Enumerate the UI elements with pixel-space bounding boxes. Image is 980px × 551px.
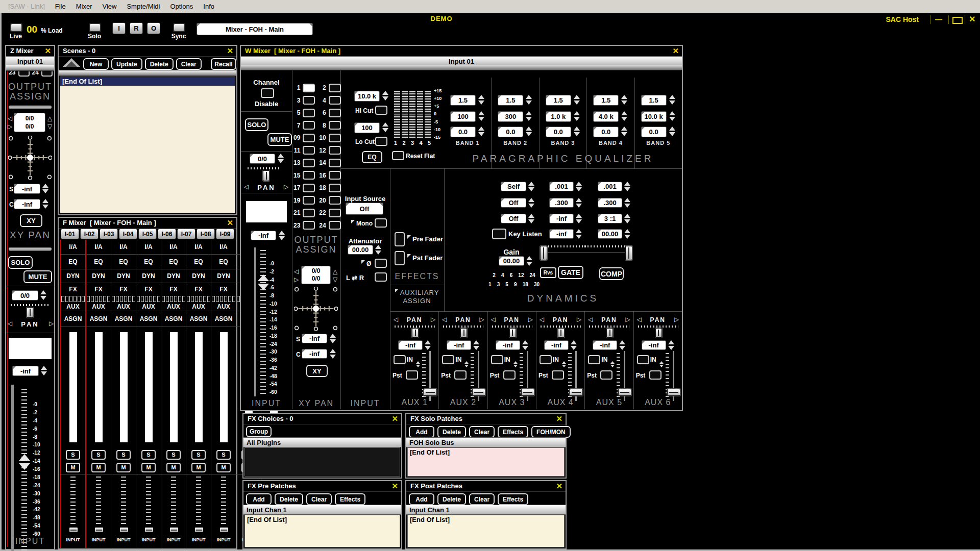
output-assign-checkbox[interactable] xyxy=(303,209,315,217)
mute-button[interactable]: M xyxy=(66,463,80,472)
eq-button[interactable]: EQ xyxy=(211,255,236,269)
eq-button[interactable]: EQ xyxy=(186,255,211,269)
solo-button[interactable]: S xyxy=(66,450,80,460)
band-gain-value[interactable]: 0.0 xyxy=(451,127,475,137)
pst-fader-checkbox[interactable] xyxy=(395,251,405,265)
assign-button[interactable]: ASGN xyxy=(86,311,111,327)
aux-pst-checkbox[interactable] xyxy=(600,370,612,380)
band-q-value[interactable]: 1.5 xyxy=(451,95,475,105)
aux-fader-handle[interactable] xyxy=(521,389,534,396)
fader-handle-up[interactable] xyxy=(19,454,30,461)
fader-handle-up[interactable] xyxy=(258,274,269,281)
c-level-value[interactable]: -inf xyxy=(302,349,327,358)
gate-floor-spinner[interactable] xyxy=(575,229,582,239)
window-button[interactable]: Clear xyxy=(176,58,202,70)
xy-mode-button[interactable]: XY xyxy=(20,214,42,227)
aux-fader-handle[interactable] xyxy=(424,389,437,396)
mute-button[interactable]: MUTE xyxy=(23,270,52,283)
pan-right-arrow[interactable] xyxy=(294,277,299,283)
gate-attack-spinner[interactable] xyxy=(575,182,582,191)
hi-cut-freq-value[interactable]: 10.0 k xyxy=(355,91,379,101)
band-gain-value[interactable]: 0.0 xyxy=(498,127,523,137)
live-checkbox[interactable] xyxy=(10,23,22,32)
menu-item[interactable]: Info xyxy=(198,3,219,10)
pan-right-arrow[interactable] xyxy=(625,316,630,322)
aux-level-value[interactable]: -inf xyxy=(399,341,422,349)
input-assign-button[interactable]: I/A xyxy=(86,240,111,255)
pan-up-arrow[interactable] xyxy=(47,115,52,121)
channel-label-box[interactable] xyxy=(86,327,111,448)
fader-handle-down[interactable] xyxy=(19,463,30,470)
gate-button[interactable]: GATE xyxy=(558,266,583,279)
pan-right-arrow[interactable] xyxy=(49,320,54,327)
input-assign-button[interactable]: I/A xyxy=(136,240,161,255)
output-assign-checkbox[interactable] xyxy=(303,109,315,117)
comp-ratio-spinner[interactable] xyxy=(624,214,631,223)
fader-ticks[interactable] xyxy=(21,389,27,551)
channel-label-box[interactable] xyxy=(136,327,161,448)
aux-pan-handle[interactable] xyxy=(509,328,516,338)
channel-fader[interactable] xyxy=(161,474,186,536)
mono-checkbox[interactable] xyxy=(375,218,387,228)
aux-in-checkbox[interactable] xyxy=(540,355,552,364)
aux-pst-checkbox[interactable] xyxy=(649,370,662,380)
window-button[interactable]: Clear xyxy=(306,493,332,505)
aux-pst-checkbox[interactable] xyxy=(406,370,418,380)
pan-right-arrow[interactable] xyxy=(8,123,12,130)
channel-label-box[interactable] xyxy=(111,327,136,448)
plugin-list[interactable] xyxy=(244,447,400,477)
close-icon[interactable] xyxy=(391,482,398,491)
fader-level-spinner[interactable] xyxy=(40,366,47,375)
channel-tab[interactable]: I-06 xyxy=(158,229,176,239)
band-q-spinner[interactable] xyxy=(573,95,580,105)
aux-pan-handle[interactable] xyxy=(412,328,419,338)
band-q-spinner[interactable] xyxy=(525,95,532,105)
band-gain-value[interactable]: 0.0 xyxy=(594,127,618,137)
output-assign-checkbox[interactable] xyxy=(329,196,341,205)
channel-tab[interactable]: I-07 xyxy=(177,229,195,239)
fader-handle[interactable] xyxy=(219,527,229,533)
pan-spinner[interactable] xyxy=(277,154,284,163)
gate-release-spinner[interactable] xyxy=(575,198,582,208)
solo-button[interactable]: S xyxy=(191,450,206,460)
fx-button[interactable]: FX xyxy=(61,283,85,295)
output-assign-checkbox[interactable] xyxy=(329,159,341,167)
pan-right-arrow[interactable] xyxy=(431,316,435,322)
mute-button[interactable]: M xyxy=(166,463,181,472)
comp-threshold-spinner[interactable] xyxy=(624,229,631,239)
key-hi-value[interactable]: Off xyxy=(501,198,526,207)
channel-tab[interactable]: I-01 xyxy=(61,229,79,239)
aux-pst-checkbox[interactable] xyxy=(454,370,467,380)
channel-label-box[interactable] xyxy=(246,201,287,222)
pan-left-arrow[interactable] xyxy=(8,115,12,121)
window-button[interactable]: Delete xyxy=(275,493,303,505)
s-level-spinner[interactable] xyxy=(42,184,49,193)
c-level-value[interactable]: -inf xyxy=(14,199,40,209)
fader-handle[interactable] xyxy=(194,527,204,533)
input-assign-button[interactable]: I/A xyxy=(61,240,85,255)
band-gain-spinner[interactable] xyxy=(525,127,532,136)
output-assign-checkbox[interactable] xyxy=(329,171,341,180)
channel-label-box[interactable] xyxy=(61,327,85,448)
output-assign-checkbox[interactable] xyxy=(329,109,341,117)
menu-item[interactable]: View xyxy=(97,3,122,10)
aux-level-spinner[interactable] xyxy=(473,340,480,350)
dynamics-button[interactable]: DYN xyxy=(111,269,136,283)
band-q-value[interactable]: 1.5 xyxy=(642,95,666,105)
close-icon[interactable] xyxy=(227,218,233,228)
comp-slider-handle[interactable] xyxy=(625,246,632,260)
patch-list[interactable]: [End Of List] xyxy=(407,447,565,477)
aux-pan-handle[interactable] xyxy=(558,328,565,338)
pan-spinner[interactable] xyxy=(40,290,47,300)
input-source-dropdown[interactable]: Off xyxy=(346,203,383,214)
solo-button[interactable]: SOLO xyxy=(8,256,33,269)
fx-button[interactable]: FX xyxy=(86,283,111,295)
eq-enable-button[interactable]: EQ xyxy=(362,151,382,163)
c-level-spinner[interactable] xyxy=(329,349,336,359)
input-assign-button[interactable]: I/A xyxy=(211,240,236,255)
list-item[interactable]: [End Of List] xyxy=(60,77,235,86)
key-listen-checkbox[interactable] xyxy=(492,229,506,239)
menu-item[interactable]: Options xyxy=(165,3,198,10)
output-assign-checkbox[interactable] xyxy=(303,134,315,142)
close-icon[interactable] xyxy=(391,414,398,423)
